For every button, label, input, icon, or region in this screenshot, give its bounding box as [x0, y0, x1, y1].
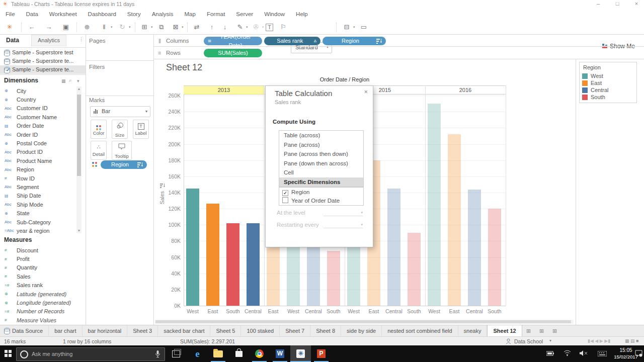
horizontal-scrollbar-thumb[interactable] [155, 320, 571, 323]
dropdown-caret-icon: ▾ [361, 223, 363, 227]
data-source-item[interactable]: Sample - Superstore te... [0, 57, 86, 65]
x-tick-label: East [202, 308, 224, 314]
y-tick-label: 80K [160, 238, 181, 244]
bar-2016-south[interactable] [488, 209, 501, 306]
tab-bar-horizontal[interactable]: bar horizontal [83, 325, 128, 337]
checkbox-year-of-order-date[interactable]: Year of Order Date [282, 197, 340, 204]
bar-2013-central[interactable] [247, 223, 260, 306]
battery-icon[interactable] [546, 351, 554, 362]
task-view-button[interactable] [172, 350, 180, 357]
y-axis-title: Sales [159, 191, 165, 204]
file-explorer-icon [213, 350, 223, 357]
bar-2016-west[interactable] [428, 104, 441, 306]
legend-item-south[interactable]: South [582, 94, 605, 101]
x-tick-label: East [363, 308, 385, 314]
taskbar-store[interactable] [228, 345, 249, 362]
year-header-2013[interactable]: 2013 [184, 86, 264, 95]
at-the-level-dropdown[interactable]: ▾ [324, 209, 363, 216]
legend-label: East [591, 80, 602, 86]
user-caret-icon[interactable]: ▾ [549, 338, 551, 343]
cortana-icon [20, 350, 28, 358]
compute-using-option-cell[interactable]: Cell [279, 168, 363, 177]
data-source-label: Sample - Superstore te... [12, 58, 73, 64]
bar-2014-south[interactable] [327, 251, 340, 306]
tab-side-by-side[interactable]: side by side [341, 325, 382, 337]
bar-2016-east[interactable] [448, 134, 461, 306]
new-dashboard-button[interactable]: ⊞ [535, 325, 548, 337]
taskbar-edge[interactable]: e [187, 345, 208, 362]
horizontal-scrollbar[interactable] [155, 320, 574, 324]
touch-keyboard-icon[interactable] [598, 351, 607, 362]
x-tick-label: West [423, 308, 445, 314]
bar-2015-south[interactable] [408, 233, 421, 306]
tab-sheet-12[interactable]: Sheet 12 [487, 325, 522, 337]
dialog-close-icon[interactable]: × [364, 88, 368, 96]
tab-nested-sort-combined-field[interactable]: nested sort combined field [382, 325, 458, 337]
compute-using-option-pane-down-then-across[interactable]: Pane (down then across) [279, 159, 363, 168]
tab-bar-chart[interactable]: bar chart [49, 325, 82, 337]
taskbar-powerpoint[interactable]: P [311, 345, 332, 362]
table-calculation-dialog: Table Calculation Sales rank × Compute U… [265, 85, 373, 247]
start-button[interactable] [5, 350, 12, 357]
tab-100-staked[interactable]: 100 staked [241, 325, 280, 337]
x-tick-label: South [323, 308, 345, 314]
y-tick-label: 180K [160, 157, 181, 163]
tab-sheet-3[interactable]: Sheet 3 [127, 325, 158, 337]
view-toggle-icons[interactable]: ▦ ▤ ■ [625, 338, 638, 343]
legend-item-central[interactable]: Central [582, 87, 608, 94]
y-tick-label: 0K [160, 303, 181, 309]
tab-sheet-8[interactable]: Sheet 8 [310, 325, 341, 337]
edge-icon: e [193, 349, 202, 358]
legend-item-west[interactable]: West [582, 73, 603, 80]
x-tick-label: Central [242, 308, 264, 314]
cortana-search-box[interactable]: Ask me anything [16, 347, 165, 361]
bar-2013-east[interactable] [206, 204, 219, 306]
tab-sneaky[interactable]: sneaky [458, 325, 488, 337]
new-worksheet-button[interactable]: ⊞ [522, 325, 535, 337]
data-source-item[interactable]: ✓Sample - Superstore te... [0, 65, 86, 74]
tab-sheet-7[interactable]: Sheet 7 [280, 325, 310, 337]
tab-sacked-bar-chart[interactable]: sacked bar chart [158, 325, 210, 337]
bar-2013-west[interactable] [186, 189, 199, 306]
database-icon [4, 58, 10, 65]
tab-sheet-5[interactable]: Sheet 5 [210, 325, 241, 337]
new-story-button[interactable]: ⊞ [548, 325, 561, 337]
legend-item-east[interactable]: East [582, 80, 602, 87]
x-tick-label: West [282, 308, 304, 314]
compute-using-option-pane-across[interactable]: Pane (across) [279, 140, 363, 150]
database-icon [4, 50, 10, 56]
legend-swatch [582, 73, 588, 79]
tab-label: Data Source [12, 328, 43, 334]
compute-using-option-table-across[interactable]: Table (across) [279, 131, 363, 140]
pane-divider [264, 85, 265, 306]
year-header-2016[interactable]: 2016 [425, 86, 506, 94]
checkbox-region[interactable]: ✓Region [282, 189, 309, 196]
x-tick-label: Central [302, 308, 325, 314]
y-tick-label: 220K [160, 125, 181, 131]
y-tick-label: 160K [160, 173, 181, 179]
taskbar-chrome[interactable] [249, 345, 270, 362]
tab-data-source[interactable]: Data Source [0, 325, 49, 337]
compute-using-option-specific-dimensions[interactable]: Specific Dimensions [279, 177, 363, 187]
compute-using-option-pane-across-then-down[interactable]: Pane (across then down) [279, 149, 363, 159]
taskbar-tableau[interactable]: ✳ [290, 345, 311, 362]
taskbar-word[interactable]: W [270, 345, 290, 362]
volume-muted-icon[interactable] [580, 350, 588, 362]
x-tick-label: South [484, 308, 506, 314]
bar-2016-central[interactable] [468, 190, 481, 306]
taskbar-file-explorer[interactable] [208, 345, 228, 362]
microphone-icon[interactable] [155, 350, 160, 358]
user-dropdown[interactable]: Data School [514, 338, 543, 344]
tableau-app-icon: ✳ [296, 349, 305, 358]
action-center-icon[interactable] [635, 350, 642, 362]
y-tick-label: 100K [160, 222, 181, 228]
data-source-item[interactable]: Sample - Superstore test [0, 48, 86, 57]
bar-2013-south[interactable] [226, 223, 239, 306]
restarting-every-dropdown[interactable]: ▾ [324, 221, 363, 228]
playback-controls[interactable]: ▮◀ ◀ ▶ ▶▮ [588, 338, 610, 343]
axis-sort-icon[interactable] [160, 184, 165, 188]
bar-2015-central[interactable] [387, 189, 400, 306]
wifi-icon[interactable] [564, 350, 571, 362]
active-check-icon: ✓ [6, 66, 10, 74]
region-legend: Region West East Central South [579, 62, 637, 103]
